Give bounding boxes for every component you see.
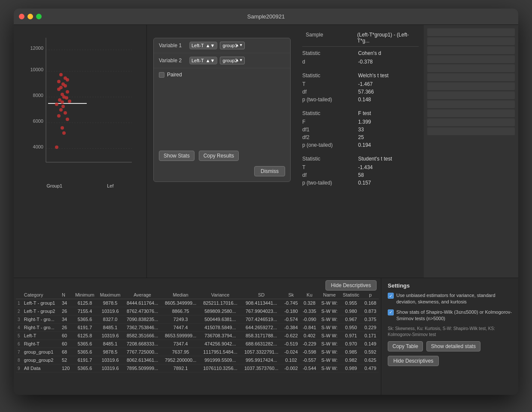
row-min: 7155.4: [73, 307, 97, 315]
statistic-name-student: Student's t test: [358, 156, 392, 162]
settings-note: Sk: Skewness, Ku: Kurtosis, S-W: Shapiro…: [388, 326, 512, 338]
row-statistic: 0.989: [340, 364, 362, 373]
svg-point-21: [66, 90, 69, 94]
row-name: S-W W:: [319, 307, 340, 315]
table-row: 2 Left-T - group2 26 7155.4 10319.6 8762…: [16, 307, 379, 315]
variable2-type: Left-T: [192, 58, 204, 63]
variable1-name-select[interactable]: group1 ▲▼: [220, 42, 245, 49]
col-var: Variance: [200, 291, 241, 299]
setting-item-2: ✓ Show stats of Shapiro-Wilk (3≤n≤5000) …: [388, 309, 512, 322]
row-min: 6191.7: [73, 356, 97, 364]
paired-checkbox[interactable]: [159, 72, 164, 78]
row-statistic: 0.971: [340, 332, 362, 340]
row-p: 0.873: [362, 307, 379, 315]
stripe-11: [427, 118, 515, 126]
svg-point-33: [66, 118, 69, 121]
setting-label-2: Show stats of Shapiro-Wilk (3≤n≤5000) or…: [396, 309, 512, 322]
svg-point-27: [55, 103, 58, 106]
col-ku: Ku: [300, 291, 319, 299]
svg-point-34: [61, 126, 64, 130]
row-med: 7952.200000...: [161, 356, 200, 364]
stat-block-student: Statistic Student's t test T -1.434 df 5…: [302, 154, 419, 187]
variable1-label: Variable 1: [159, 42, 187, 48]
row-num: 6: [16, 340, 22, 348]
statistic-label-1: Statistic: [302, 50, 358, 56]
right-stripes-panel: [424, 25, 518, 278]
minimize-button[interactable]: [27, 14, 33, 19]
descriptives-panel: Hide Descriptives Category N Minimum Max…: [14, 278, 381, 395]
row-statistic: 0.955: [340, 299, 362, 307]
row-var: 991999.5509...: [200, 356, 241, 364]
row-name: S-W W:: [319, 348, 340, 356]
row-statistic: 0.985: [340, 348, 362, 356]
table-row: 6 Right-T 60 5365.6 8485.1 7208.668333..…: [16, 340, 379, 348]
statistic-name-cohens: Cohen's d: [358, 50, 381, 56]
copy-results-button[interactable]: Copy Results: [199, 151, 239, 161]
table-row: 5 Left-T 60 6125.8 10319.6 8582.351666..…: [16, 332, 379, 340]
statistic-label-4: Statistic: [302, 156, 358, 162]
row-min: 5365.6: [73, 364, 97, 373]
paired-label: Paired: [167, 72, 182, 78]
row-category: group_group1: [22, 348, 60, 356]
row-ku: -0.090: [300, 315, 319, 324]
row-sk: -0.024: [282, 348, 301, 356]
row-sd: 908.4113441...: [241, 299, 282, 307]
close-button[interactable]: [19, 14, 24, 19]
row-avg: 7767.725000...: [123, 348, 161, 356]
col-min: Minimum: [73, 291, 97, 299]
row-med: 8653.599999...: [161, 332, 200, 340]
row-max: 10319.6: [97, 364, 123, 373]
row-avg: 8062.613461...: [123, 356, 161, 364]
row-name: S-W W:: [319, 356, 340, 364]
row-med: 7892.1: [161, 364, 200, 373]
row-num: 2: [16, 307, 22, 315]
stripe-8: [427, 91, 515, 99]
copy-table-button[interactable]: Copy Table: [388, 341, 423, 351]
svg-point-30: [59, 108, 63, 112]
row-sd: 707.4246519...: [241, 315, 282, 324]
variable2-type-select[interactable]: Left-T ▲▼: [189, 57, 217, 64]
stripe-2: [427, 37, 515, 45]
col-statistic: Statistic: [340, 291, 362, 299]
show-stats-button[interactable]: Show Stats: [159, 151, 195, 161]
statistic-name-welch: Welch's t test: [358, 73, 389, 79]
hide-descriptives-bottom-button[interactable]: Hide Descriptives: [388, 356, 439, 366]
setting-checkbox-1[interactable]: ✓: [388, 293, 394, 299]
col-n: N: [60, 291, 73, 299]
svg-point-36: [55, 145, 58, 149]
row-ku: -0.335: [300, 307, 319, 315]
row-num: 4: [16, 324, 22, 332]
row-max: 9878.5: [97, 348, 123, 356]
row-med: 7249.3: [161, 315, 200, 324]
row-sk: 0.102: [282, 356, 301, 364]
stats-dialog: Variable 1 Left-T ▲▼ group1 ▲▼ Variable …: [153, 38, 291, 182]
row-avg: 7090.838235...: [123, 315, 161, 324]
dismiss-button[interactable]: Dismiss: [254, 166, 285, 176]
row-avg: 8762.473076...: [123, 307, 161, 315]
row-category: Left-T - group1: [22, 299, 60, 307]
maximize-button[interactable]: [36, 14, 42, 19]
row-sk: -0.384: [282, 324, 301, 332]
row-sd: 858.3171788...: [241, 332, 282, 340]
setting-checkbox-2[interactable]: ✓: [388, 309, 394, 315]
statistic-label-3: Statistic: [302, 110, 358, 116]
row-p: 0.229: [362, 324, 379, 332]
table-header-row: Category N Minimum Maximum Average Media…: [16, 291, 379, 299]
stripe-1: [427, 28, 515, 36]
row-ku: -0.229: [300, 340, 319, 348]
setting-item-1: ✓ Use unbiased estimators for variance, …: [388, 292, 512, 306]
variable2-name-select[interactable]: group2 ▲▼: [220, 57, 245, 64]
stripe-6: [427, 73, 515, 81]
row-sd: 688.6631282...: [241, 340, 282, 348]
hide-descriptives-top-button[interactable]: Hide Descriptives: [325, 280, 377, 291]
row-p: 0.592: [362, 348, 379, 356]
stripe-12: [427, 127, 515, 135]
variable1-type-select[interactable]: Left-T ▲▼: [189, 42, 217, 49]
svg-point-16: [66, 78, 69, 82]
row-var: 415078.5849...: [200, 324, 241, 332]
row-sd: 644.2659272...: [241, 324, 282, 332]
row-med: 8866.75: [161, 307, 200, 315]
show-detailed-stats-button[interactable]: Show detailed stats: [426, 341, 480, 351]
col-name: Name: [319, 291, 340, 299]
row-max: 10319.6: [97, 332, 123, 340]
